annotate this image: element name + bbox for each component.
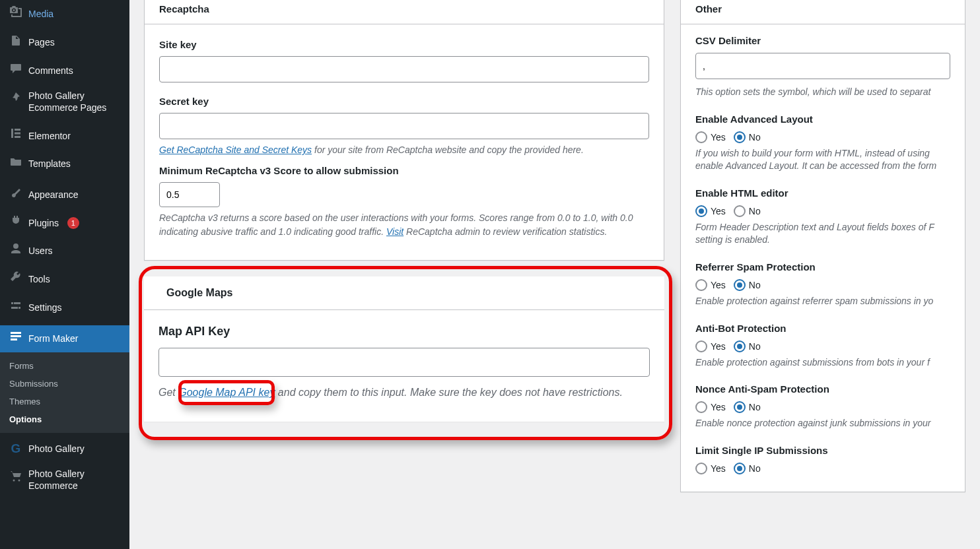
sub-submissions[interactable]: Submissions [0,375,129,393]
score-help: ReCaptcha v3 returns a score based on th… [159,211,649,239]
recaptcha-keys-link[interactable]: Get ReCaptcha Site and Secret Keys [159,145,312,155]
comments-icon [9,61,22,79]
adv-help: If you wish to build your form with HTML… [695,147,950,173]
sidebar-item-elementor[interactable]: Elementor [0,123,129,150]
sidebar-item-label: Tools [28,273,50,285]
sidebar-item-label: Photo Gallery Ecommerce Pages [28,90,122,113]
nonce-yes[interactable]: Yes [695,401,726,413]
sidebar-item-plugins[interactable]: Plugins1 [0,209,129,238]
sidebar-item-pg-ecom-pages[interactable]: Photo Gallery Ecommerce Pages [0,84,129,119]
sidebar-item-comments[interactable]: Comments [0,56,129,84]
api-key-help: Get Google Map API key and copy them to … [158,385,650,401]
csv-help: This option sets the symbol, which will … [695,86,950,99]
adv-yes[interactable]: Yes [695,131,726,143]
svg-point-12 [18,479,20,481]
ref-no[interactable]: No [734,279,761,291]
html-radios: Yes No [695,205,950,217]
api-key-label: Map API Key [158,325,650,339]
sidebar-item-tools[interactable]: Tools [0,265,129,294]
ip-no[interactable]: No [734,463,761,474]
csv-label: CSV Delimiter [695,35,950,46]
settings-icon [9,299,22,317]
csv-input[interactable] [695,53,950,79]
card-other: Other CSV Delimiter This option sets the… [680,0,965,492]
svg-rect-2 [15,133,20,135]
secret-key-label: Secret key [159,96,649,107]
ref-help: Enable protection against referrer spam … [695,295,950,308]
sidebar-item-label: Templates [28,158,71,170]
sidebar-item-settings[interactable]: Settings [0,294,129,322]
gallery-icon: G [9,441,22,457]
cart-icon [9,468,22,487]
sidebar-item-templates[interactable]: Templates [0,150,129,178]
anti-yes[interactable]: Yes [695,340,726,352]
score-label: Minimum ReCaptcha v3 Score to allow subm… [159,165,649,176]
pages-icon [9,34,22,51]
folder-icon [9,155,22,173]
svg-rect-9 [11,335,21,337]
sidebar-item-photo-gallery[interactable]: GPhoto Gallery [0,437,129,463]
svg-rect-1 [15,129,20,131]
site-key-input[interactable] [159,56,649,82]
html-yes[interactable]: Yes [695,205,726,217]
ip-label: Limit Single IP Submissions [695,445,950,456]
sub-themes[interactable]: Themes [0,393,129,410]
sidebar-item-label: Photo Gallery [28,443,85,455]
card-head-recaptcha: Recaptcha [145,0,664,24]
card-head-gmaps: Google Maps [144,276,664,310]
nonce-label: Nonce Anti-Spam Protection [695,383,950,395]
adv-no[interactable]: No [734,131,761,143]
nonce-radios: Yes No [695,401,950,413]
svg-rect-8 [11,332,21,334]
sidebar-item-label: Comments [28,65,73,77]
sidebar-item-users[interactable]: Users [0,237,129,265]
sidebar-item-pages[interactable]: Pages [0,28,129,57]
sidebar-item-appearance[interactable]: Appearance [0,182,129,209]
wrench-icon [9,271,22,288]
card-gmaps: Google Maps Map API Key Get Google Map A… [144,276,664,422]
sidebar: Media Pages Comments Photo Gallery Ecomm… [0,0,129,549]
svg-rect-0 [11,129,13,138]
sidebar-item-label: Form Maker [28,333,78,344]
nonce-help: Enable nonce protection against junk sub… [695,417,950,430]
gmap-key-link[interactable]: Google Map API key [178,387,275,398]
ref-yes[interactable]: Yes [695,279,726,291]
sidebar-item-label: Settings [28,302,62,313]
ref-radios: Yes No [695,279,950,291]
card-head-other: Other [681,0,965,24]
svg-rect-7 [11,307,18,309]
sidebar-item-form-maker[interactable]: Form Maker [0,325,129,352]
svg-rect-6 [18,307,20,309]
ip-radios: Yes No [695,463,950,474]
secret-key-input[interactable] [159,113,649,139]
svg-rect-5 [14,302,20,304]
sidebar-item-media[interactable]: Media [0,0,129,28]
sidebar-item-label: Plugins [28,217,59,229]
visit-link[interactable]: Visit [386,226,403,237]
anti-no[interactable]: No [734,340,761,352]
pin-icon [9,90,22,109]
anti-help: Enable protection against submissions fr… [695,356,950,370]
ref-label: Referrer Spam Protection [695,261,950,273]
anti-radios: Yes No [695,340,950,352]
anti-label: Anti-Bot Protection [695,323,950,334]
sidebar-item-pg-ecommerce[interactable]: Photo Gallery Ecommerce [0,463,129,497]
ip-yes[interactable]: Yes [695,463,726,474]
sidebar-item-label: Pages [28,36,55,48]
form-icon [9,329,22,347]
plugins-badge: 1 [67,217,79,229]
google-maps-highlight: Google Maps Map API Key Get Google Map A… [144,276,664,422]
sub-forms[interactable]: Forms [0,357,129,375]
html-help: Form Header Description text and Layout … [695,221,950,247]
sub-options[interactable]: Options [0,410,129,428]
score-input[interactable] [159,182,220,207]
api-key-input[interactable] [158,348,650,377]
svg-rect-3 [15,136,20,138]
svg-point-11 [13,479,15,481]
html-no[interactable]: No [734,205,761,217]
users-icon [9,242,22,260]
nonce-no[interactable]: No [734,401,761,413]
svg-rect-4 [11,302,13,304]
sidebar-item-label: Media [28,8,53,20]
plugins-icon [9,214,22,232]
